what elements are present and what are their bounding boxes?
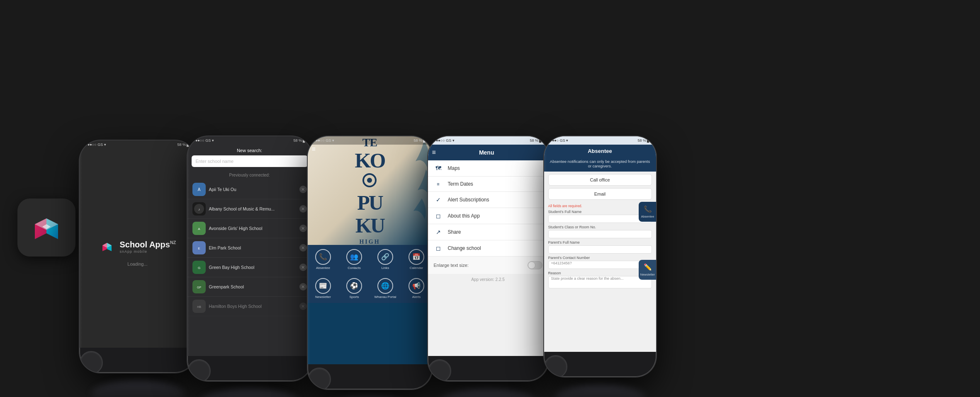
menu-title: Menu bbox=[479, 149, 494, 156]
form-notice: Absentee notifications can only be accep… bbox=[544, 157, 656, 172]
search-header: New search: bbox=[187, 145, 312, 155]
phone3-home-btn[interactable] bbox=[308, 368, 331, 389]
alert-sub-label: Alert Subscriptions bbox=[448, 197, 489, 203]
phone3-status-bar: ●●●○○ GS ▾ 58 % ▊ bbox=[308, 136, 432, 145]
school-menu-row1: 📞 Absentee 👥 Contacts 🔗 Links 📅 Calendar bbox=[308, 245, 432, 274]
toggle-knob bbox=[528, 261, 535, 269]
phone4-home-btn[interactable] bbox=[428, 359, 451, 381]
phone5-home-btn[interactable] bbox=[544, 355, 567, 377]
hamburger-icon[interactable]: ≡ bbox=[432, 149, 436, 156]
menu-calendar[interactable]: 📅 Calendar bbox=[401, 247, 432, 271]
email-btn[interactable]: Email bbox=[548, 188, 652, 200]
menu-item-alerts[interactable]: ✓ Alert Subscriptions bbox=[428, 192, 548, 208]
phone2-status-bar: ●●●○○ GS ▾ 58 % ▊ bbox=[187, 136, 312, 145]
list-item[interactable]: GP Greenpark School ✕ bbox=[187, 277, 312, 297]
list-item[interactable]: HB Hamilton Boys High School ✕ bbox=[187, 297, 312, 316]
phone4-status-bar: ●●●○○ GS ▾ 58 % ▊ bbox=[428, 136, 548, 145]
school-icon-avonside: A bbox=[192, 222, 206, 235]
phone-search: ●●●○○ GS ▾ 58 % ▊ New search: Enter scho… bbox=[187, 136, 312, 381]
list-item[interactable]: G Green Bay High School ✕ bbox=[187, 258, 312, 277]
enlarge-text-row: Enlarge text size: bbox=[428, 257, 548, 274]
phone1-home-btn[interactable] bbox=[80, 351, 103, 373]
remove-btn-greenbay[interactable]: ✕ bbox=[299, 264, 307, 271]
contact-label: Parent's Contact Number bbox=[548, 256, 652, 260]
menu-item-about[interactable]: ◻ About this App bbox=[428, 208, 548, 224]
phone5-battery: 58 % ▊ bbox=[637, 138, 650, 143]
menu-item-maps[interactable]: 🗺 Maps bbox=[428, 160, 548, 177]
phone5-signal: ●●●○ GS ▾ bbox=[550, 138, 569, 143]
menu-alerts[interactable]: 📢 Alerts bbox=[401, 276, 432, 300]
phone-school-logo: ●●●○○ GS ▾ 58 % ▊ ≡ bbox=[308, 136, 432, 389]
term-dates-label: Term Dates bbox=[448, 181, 473, 187]
remove-btn-hamilton[interactable]: ✕ bbox=[299, 303, 307, 310]
newsletter-side-btn[interactable]: ✏️ Newsletter bbox=[639, 260, 656, 280]
newsletter-icon: ✏️ bbox=[644, 263, 652, 271]
remove-btn-avonside[interactable]: ✕ bbox=[299, 225, 307, 232]
menu-newsletter[interactable]: 📰 Newsletter bbox=[308, 276, 339, 300]
menu-whanau[interactable]: 🌐 Whanau Portal bbox=[370, 276, 401, 300]
student-name-input[interactable] bbox=[548, 215, 652, 223]
menu-item-change-school[interactable]: ◻ Change school bbox=[428, 240, 548, 257]
menu-item-term-dates[interactable]: ≡ Term Dates bbox=[428, 177, 548, 192]
phone5-status-bar: ●●●○ GS ▾ 58 % ▊ bbox=[544, 136, 656, 145]
change-school-icon: ◻ bbox=[434, 245, 443, 252]
menu-item-share[interactable]: ↗ Share bbox=[428, 224, 548, 240]
absentee-side-label: Absentee bbox=[641, 215, 654, 218]
list-item[interactable]: E Elm Park School ✕ bbox=[187, 238, 312, 258]
remove-btn-apii[interactable]: ✕ bbox=[299, 186, 307, 193]
menu-header: ≡ Menu bbox=[428, 145, 548, 160]
school-name-apii: Apii Te Uki Ou bbox=[209, 187, 296, 192]
phone-absentee: ●●●○ GS ▾ 58 % ▊ Absentee Absentee notif… bbox=[544, 136, 656, 377]
phone2-screen: ●●●○○ GS ▾ 58 % ▊ New search: Enter scho… bbox=[187, 136, 312, 356]
logo-sub: snApp mobile bbox=[119, 249, 176, 254]
menu-sports[interactable]: ⚽ Sports bbox=[339, 276, 370, 300]
class-input[interactable] bbox=[548, 230, 652, 238]
remove-btn-albany[interactable]: ✕ bbox=[299, 205, 307, 213]
class-label: Student's Class or Room No. bbox=[548, 225, 652, 229]
remove-btn-elm[interactable]: ✕ bbox=[299, 244, 307, 252]
phone1-outer: ●●●○○ GS ▾ 58 % ▊ bbox=[80, 140, 196, 373]
form-header: Absentee bbox=[544, 145, 656, 157]
school-name-greenbay: Green Bay High School bbox=[209, 265, 296, 270]
parent-name-input[interactable] bbox=[548, 245, 652, 254]
remove-btn-greenpark[interactable]: ✕ bbox=[299, 283, 307, 290]
school-name-albany: Albany School of Music & Remu... bbox=[209, 206, 296, 211]
call-office-btn[interactable]: Call office bbox=[548, 174, 652, 186]
app-icon[interactable] bbox=[17, 198, 75, 257]
reason-label: Reason bbox=[548, 271, 652, 275]
list-item[interactable]: ♪ Albany School of Music & Remu... ✕ bbox=[187, 199, 312, 219]
svg-text:E: E bbox=[198, 247, 200, 250]
enlarge-toggle[interactable] bbox=[528, 261, 542, 269]
school-icon-albany: ♪ bbox=[192, 202, 206, 215]
search-input[interactable]: Enter school name bbox=[192, 155, 308, 167]
menu-links[interactable]: 🔗 Links bbox=[370, 247, 401, 271]
phone-icon: 📞 bbox=[644, 205, 652, 213]
phone-menu: ●●●○○ GS ▾ 58 % ▊ ≡ Menu 🗺 Maps ≡ Term D… bbox=[428, 136, 548, 381]
school-menu-row2: 📰 Newsletter ⚽ Sports 🌐 Whanau Portal 📢 … bbox=[308, 274, 432, 303]
school-name-avonside: Avonside Girls' High School bbox=[209, 226, 296, 231]
menu-absentee[interactable]: 📞 Absentee bbox=[308, 247, 339, 271]
enlarge-label: Enlarge text size: bbox=[434, 263, 469, 268]
svg-text:♪: ♪ bbox=[198, 208, 200, 211]
phone3-signal: ●●●○○ GS ▾ bbox=[314, 138, 334, 143]
contact-input[interactable]: +64123456? bbox=[548, 261, 652, 269]
reason-input[interactable]: State provide a clear reason for the abs… bbox=[548, 276, 652, 288]
phone5-outer: ●●●○ GS ▾ 58 % ▊ Absentee Absentee notif… bbox=[544, 136, 656, 377]
phone5-screen: ●●●○ GS ▾ 58 % ▊ Absentee Absentee notif… bbox=[544, 136, 656, 352]
svg-text:A: A bbox=[198, 227, 200, 231]
phone1-signal: ●●●○○ GS ▾ bbox=[85, 143, 106, 147]
phone2-battery: 58 % ▊ bbox=[293, 138, 306, 143]
hamburger-menu[interactable]: ≡ bbox=[312, 145, 316, 153]
school-hero-area: TE KO PU KU HIGH bbox=[308, 136, 432, 245]
absentee-side-btn[interactable]: 📞 Absentee bbox=[639, 202, 656, 222]
menu-contacts[interactable]: 👥 Contacts bbox=[339, 247, 370, 271]
list-item[interactable]: A Apii Te Uki Ou ✕ bbox=[187, 180, 312, 199]
phone3-battery: 58 % ▊ bbox=[413, 138, 426, 143]
list-item[interactable]: A Avonside Girls' High School ✕ bbox=[187, 219, 312, 238]
phone4-battery: 58 % ▊ bbox=[530, 138, 542, 143]
phone4-outer: ●●●○○ GS ▾ 58 % ▊ ≡ Menu 🗺 Maps ≡ Term D… bbox=[428, 136, 548, 381]
maps-icon: 🗺 bbox=[434, 165, 443, 172]
school-name-hamilton: Hamilton Boys High School bbox=[209, 304, 296, 309]
phone2-home-btn[interactable] bbox=[187, 359, 211, 381]
app-icon-wrapper bbox=[17, 198, 75, 257]
